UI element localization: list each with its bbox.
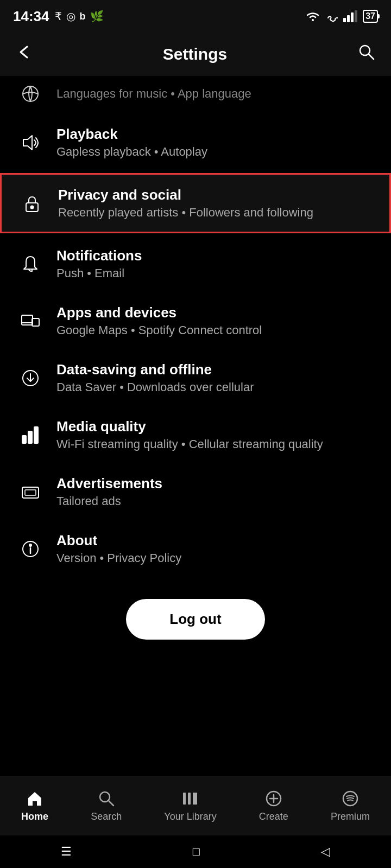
notifications-subtitle: Push • Email <box>56 266 376 280</box>
logout-section: Log out <box>0 577 391 656</box>
phone-signal-icon <box>326 10 338 22</box>
signal-bars-icon <box>343 10 357 22</box>
create-icon <box>264 789 283 808</box>
search-nav-icon <box>97 789 116 808</box>
datasaving-title: Data-saving and offline <box>56 361 376 378</box>
devices-icon <box>15 311 46 331</box>
status-bar: 14:34 ₹ ◎ b 🌿 37 <box>0 0 391 33</box>
library-icon <box>181 789 199 808</box>
svg-rect-1 <box>343 18 346 22</box>
nav-library[interactable]: Your Library <box>164 789 216 822</box>
nav-home[interactable]: Home <box>21 789 48 822</box>
spotify-icon <box>341 789 360 808</box>
apps-item[interactable]: Apps and devices Google Maps • Spotify C… <box>0 292 391 349</box>
language-item-text: Languages for music • App language <box>56 87 376 101</box>
advertisements-subtitle: Tailored ads <box>56 494 376 508</box>
svg-point-6 <box>23 86 38 101</box>
barchart-icon <box>15 425 46 445</box>
info-icon <box>15 539 46 559</box>
datasaving-subtitle: Data Saver • Downloads over cellular <box>56 380 376 394</box>
leaf-icon: 🌿 <box>90 10 104 23</box>
page-title: Settings <box>163 45 227 63</box>
svg-rect-18 <box>25 490 36 495</box>
svg-rect-16 <box>34 427 38 443</box>
language-item-subtitle: Languages for music • App language <box>56 87 376 101</box>
back-button[interactable] <box>15 43 33 65</box>
mediaquality-subtitle: Wi-Fi streaming quality • Cellular strea… <box>56 437 376 451</box>
android-menu-btn[interactable]: ☰ <box>61 845 72 859</box>
mediaquality-item-text: Media quality Wi-Fi streaming quality • … <box>56 418 376 451</box>
advertisements-item-text: Advertisements Tailored ads <box>56 475 376 508</box>
status-time: 14:34 <box>13 8 49 25</box>
privacy-item-text: Privacy and social Recently played artis… <box>58 187 374 220</box>
bell-icon <box>15 254 46 275</box>
svg-rect-2 <box>347 15 350 22</box>
ads-icon <box>15 482 46 502</box>
advertisements-item[interactable]: Advertisements Tailored ads <box>0 463 391 520</box>
volume-icon <box>15 132 46 153</box>
about-item-text: About Version • Privacy Policy <box>56 532 376 565</box>
bottom-navigation: Home Search Your Library Create <box>0 776 391 835</box>
notifications-item-text: Notifications Push • Email <box>56 247 376 280</box>
playback-title: Playback <box>56 126 376 143</box>
svg-point-21 <box>29 544 31 546</box>
playback-subtitle: Gapless playback • Autoplay <box>56 145 376 159</box>
privacy-title: Privacy and social <box>58 187 374 203</box>
android-home-btn[interactable]: □ <box>193 845 200 859</box>
search-button[interactable] <box>357 43 376 66</box>
svg-rect-25 <box>193 793 197 805</box>
rupee-icon: ₹ <box>55 10 62 23</box>
lock-icon <box>17 193 47 214</box>
svg-rect-14 <box>22 436 26 443</box>
nav-library-label: Your Library <box>164 811 216 822</box>
b-icon: b <box>80 11 86 22</box>
svg-rect-3 <box>351 12 354 22</box>
playback-item[interactable]: Playback Gapless playback • Autoplay <box>0 114 391 171</box>
apps-title: Apps and devices <box>56 304 376 321</box>
datasaving-item-text: Data-saving and offline Data Saver • Dow… <box>56 361 376 394</box>
svg-point-0 <box>312 19 314 21</box>
nav-search[interactable]: Search <box>91 789 122 822</box>
status-left: 14:34 ₹ ◎ b 🌿 <box>13 8 104 25</box>
advertisements-title: Advertisements <box>56 475 376 492</box>
apps-item-text: Apps and devices Google Maps • Spotify C… <box>56 304 376 337</box>
nav-premium[interactable]: Premium <box>331 789 370 822</box>
circle-icon: ◎ <box>66 10 75 23</box>
privacy-subtitle: Recently played artists • Followers and … <box>58 206 374 220</box>
nav-create[interactable]: Create <box>259 789 288 822</box>
android-nav-bar: ☰ □ ◁ <box>0 835 391 868</box>
status-right: 37 <box>305 10 378 23</box>
battery-level: 37 <box>365 11 375 21</box>
settings-header: Settings <box>0 33 391 76</box>
nav-premium-label: Premium <box>331 811 370 822</box>
svg-rect-15 <box>28 431 32 443</box>
wifi-icon <box>305 10 320 22</box>
mediaquality-item[interactable]: Media quality Wi-Fi streaming quality • … <box>0 406 391 463</box>
svg-rect-10 <box>22 315 33 325</box>
battery-indicator: 37 <box>363 10 378 23</box>
svg-rect-24 <box>188 793 191 805</box>
svg-rect-23 <box>183 793 186 805</box>
svg-marker-7 <box>23 136 32 150</box>
about-title: About <box>56 532 376 549</box>
notifications-title: Notifications <box>56 247 376 264</box>
notifications-item[interactable]: Notifications Push • Email <box>0 235 391 292</box>
svg-point-27 <box>343 792 357 806</box>
android-back-btn[interactable]: ◁ <box>321 845 330 859</box>
status-notification-icons: ₹ ◎ b 🌿 <box>55 10 104 23</box>
privacy-item[interactable]: Privacy and social Recently played artis… <box>0 173 391 233</box>
playback-item-text: Playback Gapless playback • Autoplay <box>56 126 376 159</box>
language-item-partial[interactable]: Languages for music • App language <box>0 76 391 114</box>
svg-point-9 <box>31 206 34 208</box>
settings-list: Languages for music • App language Playb… <box>0 76 391 656</box>
svg-rect-4 <box>355 10 357 22</box>
nav-create-label: Create <box>259 811 288 822</box>
about-subtitle: Version • Privacy Policy <box>56 551 376 565</box>
logout-button[interactable]: Log out <box>126 599 264 640</box>
about-item[interactable]: About Version • Privacy Policy <box>0 520 391 577</box>
mediaquality-title: Media quality <box>56 418 376 435</box>
datasaving-item[interactable]: Data-saving and offline Data Saver • Dow… <box>0 349 391 406</box>
home-icon <box>26 789 44 808</box>
language-icon <box>15 84 46 104</box>
download-icon <box>15 368 46 388</box>
